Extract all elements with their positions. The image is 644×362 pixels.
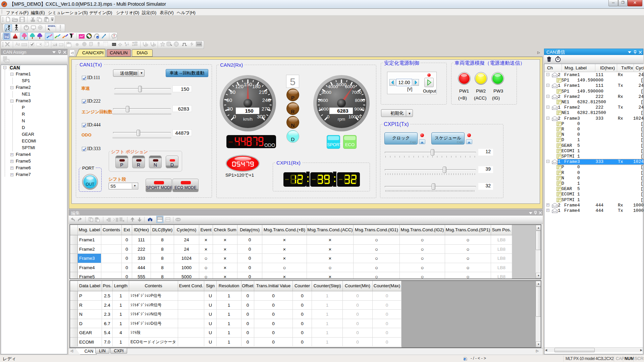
svg-text:0: 0: [233, 114, 236, 119]
svg-text:6000: 6000: [345, 84, 355, 89]
svg-text:3000: 3000: [321, 90, 331, 95]
svg-text:2: 2: [125, 44, 127, 46]
svg-text:90: 90: [230, 89, 235, 95]
svg-text:60: 60: [226, 97, 232, 103]
svg-text:rpm: rpm: [338, 117, 345, 122]
svg-text:300: 300: [257, 114, 265, 119]
svg-text:o: o: [464, 358, 466, 361]
svg-text:1000: 1000: [319, 107, 329, 112]
svg-text:150: 150: [245, 108, 253, 114]
svg-text:2000: 2000: [318, 98, 328, 103]
svg-text:GB∞: GB∞: [66, 42, 71, 44]
svg-text:ODO: ODO: [264, 142, 275, 148]
svg-text:6283: 6283: [337, 108, 348, 114]
svg-text:HI: HI: [132, 42, 135, 44]
svg-text:km/h: km/h: [243, 117, 253, 122]
svg-text:30: 30: [227, 106, 233, 112]
svg-text:8000: 8000: [355, 98, 365, 103]
svg-text:0: 0: [327, 114, 330, 119]
svg-text:270: 270: [262, 106, 270, 112]
svg-text:210: 210: [259, 89, 267, 95]
svg-text:123: 123: [53, 44, 57, 46]
svg-text:9000: 9000: [354, 107, 364, 112]
svg-text:240: 240: [262, 97, 271, 103]
svg-text:Aa: Aa: [15, 42, 20, 46]
svg-text:180: 180: [252, 83, 261, 89]
svg-text:LO: LO: [132, 44, 135, 46]
svg-text:10000: 10000: [348, 114, 361, 119]
svg-text:7000: 7000: [352, 90, 362, 95]
svg-text:120: 120: [235, 83, 244, 89]
svg-text:!: !: [114, 34, 115, 38]
